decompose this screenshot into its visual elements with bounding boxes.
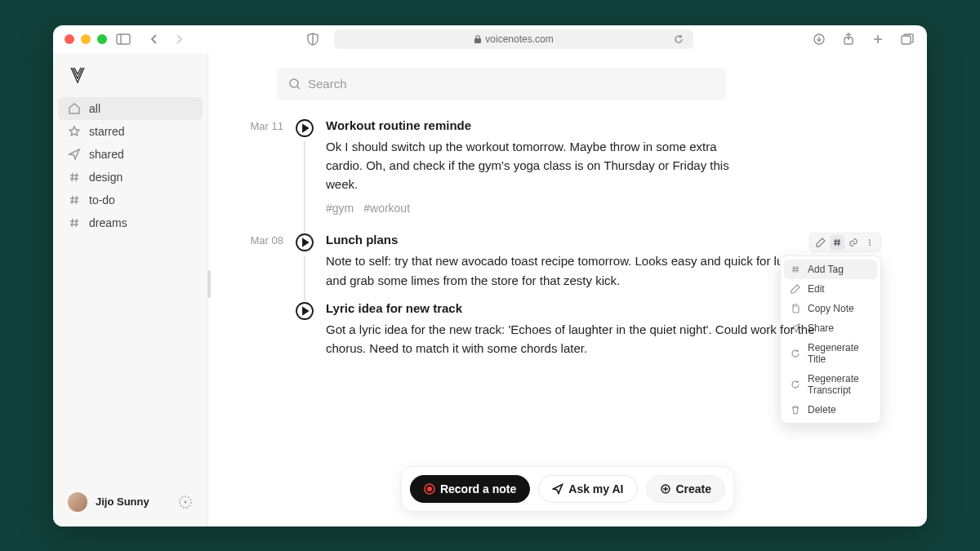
minimize-window-button[interactable] [81,34,91,44]
more-icon[interactable] [862,235,877,250]
play-icon[interactable] [295,233,314,252]
back-button[interactable] [146,31,163,47]
note-title: Lunch plans [326,233,849,247]
svg-point-33 [869,239,871,241]
note-body: Ok I should switch up the workout tomorr… [326,137,751,194]
star-icon [68,125,81,138]
menu-label: Add Tag [808,264,844,275]
svg-line-11 [72,173,73,181]
svg-rect-8 [902,36,911,44]
menu-edit[interactable]: Edit [784,279,877,299]
create-label: Create [675,482,711,495]
ask-ai-button[interactable]: Ask my AI [538,475,637,503]
svg-point-34 [869,242,871,243]
note-row[interactable]: Lyric idea for new track Got a lyric ide… [241,301,894,376]
svg-line-39 [797,266,798,273]
sidebar-footer: Jijo Sunny [58,486,203,518]
menu-label: Regenerate Transcript [808,373,871,396]
menu-add-tag[interactable]: Add Tag [784,260,877,279]
note-row[interactable]: Mar 11 Workout routine reminde Ok I shou… [241,118,894,233]
close-window-button[interactable] [65,34,74,44]
privacy-shield-icon[interactable] [305,31,321,47]
search-input[interactable] [308,77,715,91]
new-tab-icon[interactable] [870,31,886,47]
note-body: Got a lyric idea for the new track: 'Ech… [326,320,849,358]
menu-label: Edit [808,283,825,295]
sidebar-item-label: dreams [89,216,127,229]
note-title: Workout routine reminde [326,118,751,132]
svg-line-24 [297,87,300,89]
sidebar-item-todo[interactable]: to-do [58,189,203,211]
sync-icon[interactable] [178,495,193,509]
send-icon [552,483,564,495]
refresh-icon [791,380,801,390]
downloads-icon[interactable] [811,31,827,47]
svg-marker-42 [303,308,308,314]
link-icon[interactable] [846,235,861,250]
menu-delete[interactable]: Delete [784,400,877,420]
sidebar-item-label: all [89,102,100,115]
app-window: voicenotes.com [53,25,927,527]
browser-toolbar: voicenotes.com [53,25,927,53]
action-bar: Record a note Ask my AI Create [401,466,734,512]
notes-list: Mar 11 Workout routine reminde Ok I shou… [241,118,894,376]
play-icon[interactable] [295,118,314,138]
url-text: voicenotes.com [485,33,553,45]
svg-line-19 [72,219,73,227]
note-date: Mar 08 [241,233,283,290]
sidebar-item-label: design [89,171,122,184]
svg-point-22 [185,500,187,503]
hash-icon[interactable] [830,235,844,250]
share-icon[interactable] [840,31,857,47]
record-button[interactable]: Record a note [410,475,530,503]
ask-ai-label: Ask my AI [568,482,623,495]
forward-button[interactable] [171,31,187,47]
svg-line-38 [794,266,795,273]
sidebar-item-label: to-do [89,193,115,207]
zoom-window-button[interactable] [97,34,107,44]
sidebar-toggle-icon[interactable] [115,31,131,47]
home-icon [68,102,81,115]
sidebar-item-starred[interactable]: starred [58,120,203,143]
url-bar[interactable]: voicenotes.com [334,29,693,49]
svg-line-20 [76,219,77,227]
create-button[interactable]: Create [645,475,725,503]
note-tag[interactable]: #workout [363,202,410,215]
note-tags: #gym #workout [326,202,751,215]
send-icon [68,148,81,161]
sidebar-item-label: starred [89,125,125,138]
note-tag[interactable]: #gym [326,202,354,215]
menu-label: Delete [808,404,836,415]
note-row[interactable]: Mar 08 Lunch plans Note to self: try tha… [241,233,894,301]
user-name[interactable]: Jijo Sunny [96,495,170,508]
app-logo[interactable] [69,66,89,86]
svg-rect-0 [117,34,130,44]
svg-line-15 [72,196,73,204]
hash-icon [68,193,81,207]
note-date: Mar 11 [241,118,283,216]
note-title: Lyric idea for new track [326,301,849,315]
timeline-rail [304,256,305,301]
scrollbar-thumb[interactable] [207,270,211,298]
edit-icon[interactable] [813,235,828,250]
svg-point-44 [427,487,432,491]
hash-icon [791,264,801,275]
sidebar-item-all[interactable]: all [58,97,203,120]
timeline-rail [304,141,305,233]
window-traffic-lights [65,34,107,44]
search-bar[interactable] [277,68,726,100]
hash-icon [68,171,81,184]
sidebar-item-shared[interactable]: shared [58,143,203,166]
search-icon [288,78,301,91]
svg-rect-3 [474,38,481,43]
reload-icon[interactable] [670,31,687,47]
pencil-icon [791,284,801,295]
sidebar-item-dreams[interactable]: dreams [58,211,203,234]
user-avatar[interactable] [68,492,87,512]
sidebar-item-design[interactable]: design [58,166,203,189]
lock-icon [474,34,482,44]
svg-point-23 [290,79,298,87]
play-icon[interactable] [295,301,314,321]
tabs-overview-icon[interactable] [899,31,915,47]
svg-point-35 [869,244,871,246]
